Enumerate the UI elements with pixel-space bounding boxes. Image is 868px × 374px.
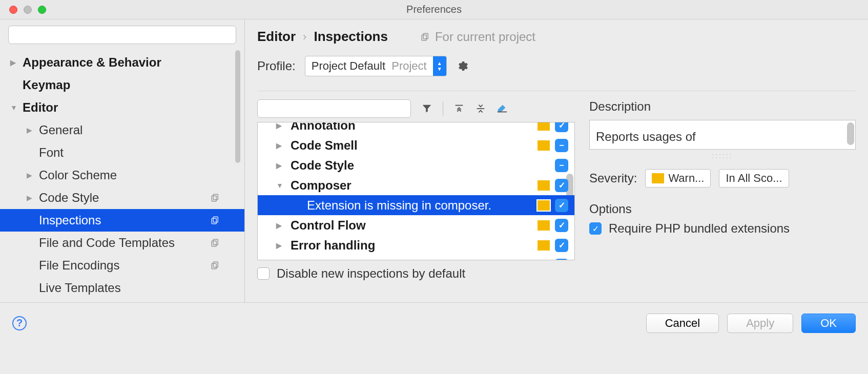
project-scope-label: For current project — [421, 30, 535, 44]
inspection-toggle[interactable] — [555, 219, 568, 232]
profile-label: Profile: — [257, 59, 296, 73]
svg-rect-10 — [423, 33, 428, 39]
chevron-right-icon: ▶ — [276, 221, 285, 230]
divider — [257, 91, 856, 91]
eraser-icon[interactable] — [497, 103, 508, 114]
breadcrumb: Editor › Inspections For current project — [257, 29, 856, 45]
inspection-toggle[interactable] — [555, 159, 568, 172]
sidebar-item-live-templates[interactable]: Live Templates — [0, 277, 244, 299]
help-icon[interactable]: ? — [12, 316, 27, 330]
sidebar-item-general[interactable]: ▶General — [0, 119, 244, 141]
inspections-search-input[interactable] — [257, 99, 411, 118]
inspection-label: Extension is missing in composer. — [307, 198, 491, 213]
inspection-toggle[interactable] — [555, 239, 568, 252]
sidebar-item-inspections[interactable]: Inspections — [0, 209, 244, 232]
breadcrumb-sep: › — [303, 30, 306, 44]
inspection-item[interactable]: Extension is missing in composer. — [258, 195, 574, 215]
inspection-item[interactable]: ▶Code Style — [258, 155, 574, 175]
inspections-tree[interactable]: ▶Annotation▶Code Smell▶Code Style▼Compos… — [257, 122, 575, 260]
sidebar-item-editor[interactable]: ▼Editor — [0, 96, 244, 119]
window-controls — [0, 6, 46, 14]
gear-icon[interactable] — [456, 60, 468, 72]
sidebar-item-label: Appearance & Behavior — [23, 55, 161, 70]
options-label: Options — [589, 202, 856, 216]
sidebar-item-keymap[interactable]: Keymap — [0, 74, 244, 96]
sidebar-item-label: Color Scheme — [39, 168, 117, 182]
sidebar-item-color-scheme[interactable]: ▶Color Scheme — [0, 164, 244, 186]
cancel-button[interactable]: Cancel — [646, 314, 719, 333]
disable-new-checkbox[interactable] — [257, 267, 270, 280]
scope-select[interactable]: In All Sco... — [719, 169, 789, 188]
warning-icon — [538, 180, 550, 191]
filter-icon[interactable] — [421, 103, 432, 114]
dropdown-stepper-icon[interactable]: ▲▼ — [433, 56, 446, 76]
window-title: Preferences — [0, 4, 868, 15]
sidebar-item-label: File and Code Templates — [39, 236, 175, 250]
sidebar-item-file-and-code-templates[interactable]: File and Code Templates — [0, 232, 244, 254]
inspection-toggle[interactable] — [555, 259, 568, 261]
profile-row: Profile: Project Default Project ▲▼ — [257, 56, 856, 76]
sidebar-item-label: Keymap — [23, 78, 70, 92]
option-require-row: Require PHP bundled extensions — [589, 221, 856, 236]
profile-select[interactable]: Project Default Project ▲▼ — [305, 56, 447, 76]
main-area: ▶Appearance & BehaviorKeymap▼Editor▶Gene… — [0, 19, 868, 302]
breadcrumb-parent[interactable]: Editor — [257, 29, 296, 45]
warning-icon — [538, 122, 550, 131]
sidebar-search-input[interactable] — [8, 26, 236, 44]
inspection-item[interactable]: ▶Control Flow — [258, 215, 574, 235]
svg-rect-4 — [213, 217, 218, 222]
inspection-item[interactable]: ▶Annotation — [258, 122, 574, 135]
inspection-toggle[interactable] — [555, 179, 568, 192]
chevron-right-icon: ▶ — [276, 241, 285, 250]
warning-icon — [538, 200, 550, 211]
close-button[interactable] — [9, 6, 17, 14]
svg-rect-7 — [212, 241, 216, 246]
inspection-item[interactable]: ▶General — [258, 255, 574, 260]
sidebar-item-font[interactable]: Font — [0, 141, 244, 164]
sidebar-item-label: Editor — [23, 100, 58, 115]
inspection-item[interactable]: ▶Code Smell — [258, 135, 574, 155]
warning-icon — [538, 220, 550, 231]
apply-button[interactable]: Apply — [727, 314, 793, 333]
sidebar-item-label: File Encodings — [39, 258, 119, 273]
scrollbar[interactable] — [847, 122, 854, 145]
sidebar-item-label: General — [39, 123, 82, 137]
svg-rect-16 — [498, 112, 507, 113]
warning-icon — [652, 173, 664, 183]
sidebar-item-appearance-behavior[interactable]: ▶Appearance & Behavior — [0, 51, 244, 74]
inspection-label: Composer — [291, 178, 352, 193]
inspection-label: Control Flow — [291, 218, 366, 233]
maximize-button[interactable] — [38, 6, 46, 14]
require-bundled-label: Require PHP bundled extensions — [609, 221, 790, 236]
inspection-toggle[interactable] — [555, 122, 568, 132]
footer: ? Cancel Apply OK — [0, 302, 868, 343]
inspection-item[interactable]: ▼Composer — [258, 175, 574, 195]
chevron-right-icon: ▶ — [276, 141, 285, 150]
inspection-toggle[interactable] — [555, 139, 568, 152]
severity-select[interactable]: Warn... — [645, 169, 711, 188]
inspections-left: ▶Annotation▶Code Smell▶Code Style▼Compos… — [257, 99, 575, 287]
copy-icon — [211, 216, 220, 225]
require-bundled-checkbox[interactable] — [589, 222, 602, 235]
resize-grip[interactable]: :::::: — [589, 152, 856, 160]
minimize-button[interactable] — [24, 6, 32, 14]
settings-tree[interactable]: ▶Appearance & BehaviorKeymap▼Editor▶Gene… — [0, 48, 244, 302]
copy-icon — [211, 238, 220, 247]
ok-button[interactable]: OK — [801, 314, 856, 333]
expand-all-icon[interactable] — [453, 103, 465, 114]
inspection-label: Code Style — [291, 158, 354, 173]
chevron-right-icon: ▶ — [276, 122, 285, 130]
inspection-item[interactable]: ▶Error handling — [258, 235, 574, 255]
sidebar-item-label: Font — [39, 146, 64, 160]
inspection-toggle[interactable] — [555, 199, 568, 212]
sidebar-item-file-encodings[interactable]: File Encodings — [0, 254, 244, 277]
description-label: Description — [589, 99, 856, 114]
sidebar-item-code-style[interactable]: ▶Code Style — [0, 186, 244, 209]
inspection-label: Error handling — [291, 238, 375, 253]
svg-rect-2 — [213, 194, 218, 200]
svg-rect-5 — [212, 218, 216, 224]
copy-icon — [421, 32, 430, 41]
copy-icon — [211, 261, 220, 270]
collapse-all-icon[interactable] — [475, 103, 486, 114]
description-box[interactable]: Reports usages of — [589, 120, 856, 150]
